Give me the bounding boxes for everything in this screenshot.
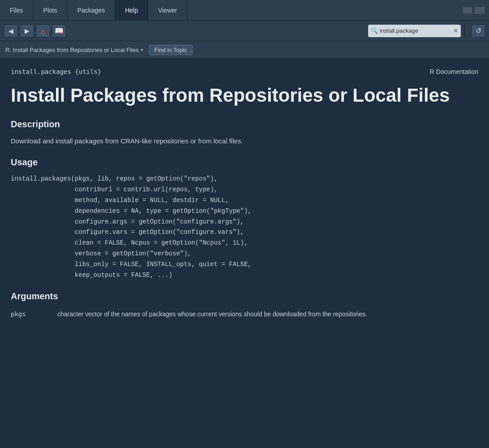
doc-r-documentation-label: R Documentation (430, 68, 478, 75)
search-icon: 🔍 (371, 27, 378, 34)
forward-button[interactable]: ▶ (20, 24, 34, 38)
search-box: 🔍 ✕ (368, 25, 461, 37)
doc-package-label: install.packages {utils} (11, 68, 101, 75)
arg-desc-pkgs: character vector of the names of package… (57, 310, 367, 319)
tab-packages[interactable]: Packages (68, 0, 115, 20)
book-icon: 📖 (55, 26, 64, 35)
arguments-heading: Arguments (11, 291, 478, 302)
topic-dropdown-icon[interactable]: ▾ (141, 47, 143, 53)
code-block: install.packages(pkgs, lib, repos = getO… (11, 174, 478, 280)
tab-help[interactable]: Help (115, 0, 148, 20)
topic-title: R: Install Packages from Repositories or… (5, 47, 143, 53)
search-clear-icon[interactable]: ✕ (453, 27, 458, 34)
window-restore-button[interactable] (463, 7, 472, 13)
arg-name-pkgs: pkgs (11, 310, 47, 319)
arguments-table: pkgs character vector of the names of pa… (11, 308, 478, 321)
tab-plots[interactable]: Plots (34, 0, 68, 20)
home-button[interactable] (36, 24, 50, 38)
window-maximize-button[interactable] (475, 7, 485, 14)
home-icon (39, 27, 47, 34)
usage-heading: Usage (11, 157, 478, 168)
refresh-button[interactable]: ↺ (471, 24, 485, 38)
search-input[interactable] (380, 27, 451, 34)
find-in-topic-button[interactable]: Find in Topic (149, 45, 193, 55)
window-controls (463, 7, 489, 14)
doc-header: install.packages {utils} R Documentation (11, 68, 478, 75)
nav-separator (464, 25, 465, 37)
description-text: Download and install packages from CRAN-… (11, 136, 478, 146)
tab-viewer[interactable]: Viewer (148, 0, 188, 20)
book-button[interactable]: 📖 (52, 24, 66, 38)
nav-bar: ◀ ▶ 📖 🔍 ✕ ↺ (0, 21, 489, 41)
doc-main-title: Install Packages from Repositories or Lo… (11, 84, 478, 107)
args-row-pkgs: pkgs character vector of the names of pa… (11, 308, 478, 321)
topic-bar: R: Install Packages from Repositories or… (0, 41, 489, 59)
tab-bar: Files Plots Packages Help Viewer (0, 0, 489, 21)
back-button[interactable]: ◀ (4, 24, 18, 38)
topic-title-text: R: Install Packages from Repositories or… (5, 47, 139, 53)
description-heading: Description (11, 119, 478, 129)
content-area: install.packages {utils} R Documentation… (0, 59, 489, 448)
tab-files[interactable]: Files (0, 0, 34, 20)
